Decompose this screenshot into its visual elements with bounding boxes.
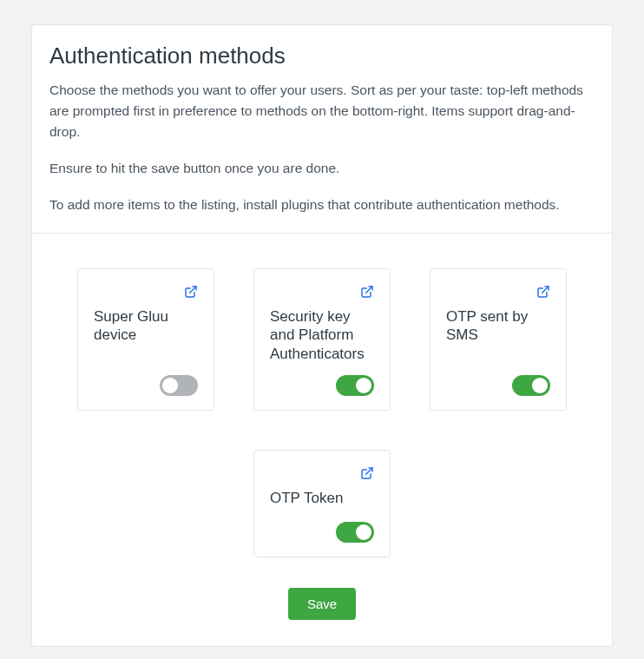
- description-paragraph: Choose the methods you want to offer you…: [49, 80, 595, 142]
- enable-toggle[interactable]: [336, 375, 374, 396]
- panel-body: Super Gluu device: [32, 234, 612, 646]
- description-paragraph: To add more items to the listing, instal…: [49, 194, 595, 215]
- svg-line-0: [190, 287, 196, 293]
- card-link-row: [270, 466, 374, 480]
- methods-grid: Super Gluu device: [49, 268, 595, 557]
- save-button[interactable]: Save: [288, 588, 356, 620]
- method-card-otp-token[interactable]: OTP Token: [253, 450, 391, 557]
- card-link-row: [94, 285, 198, 299]
- enable-toggle[interactable]: [336, 522, 374, 543]
- method-label: Super Gluu device: [94, 307, 198, 363]
- svg-line-3: [366, 468, 372, 474]
- save-row: Save: [49, 588, 595, 620]
- method-label: OTP Token: [270, 489, 374, 510]
- panel-header: Authentication methods Choose the method…: [32, 25, 612, 234]
- method-card-security-key[interactable]: Security key and Platform Authenticators: [253, 268, 391, 411]
- page-title: Authentication methods: [49, 43, 595, 69]
- toggle-row: [270, 375, 374, 396]
- method-label: Security key and Platform Authenticators: [270, 307, 374, 363]
- card-link-row: [270, 285, 374, 299]
- description-paragraph: Ensure to hit the save button once you a…: [49, 158, 595, 179]
- external-link-icon[interactable]: [184, 285, 198, 299]
- auth-methods-panel: Authentication methods Choose the method…: [31, 24, 613, 647]
- external-link-icon[interactable]: [536, 285, 550, 299]
- method-card-super-gluu[interactable]: Super Gluu device: [77, 268, 214, 411]
- method-card-otp-sms[interactable]: OTP sent by SMS: [430, 268, 567, 411]
- enable-toggle[interactable]: [160, 375, 198, 396]
- card-link-row: [446, 285, 550, 299]
- toggle-row: [94, 375, 198, 396]
- svg-line-1: [366, 287, 372, 293]
- external-link-icon[interactable]: [360, 285, 374, 299]
- external-link-icon[interactable]: [360, 466, 374, 480]
- toggle-row: [446, 375, 550, 396]
- method-label: OTP sent by SMS: [446, 307, 550, 363]
- svg-line-2: [542, 287, 549, 293]
- enable-toggle[interactable]: [512, 375, 550, 396]
- toggle-row: [270, 522, 374, 543]
